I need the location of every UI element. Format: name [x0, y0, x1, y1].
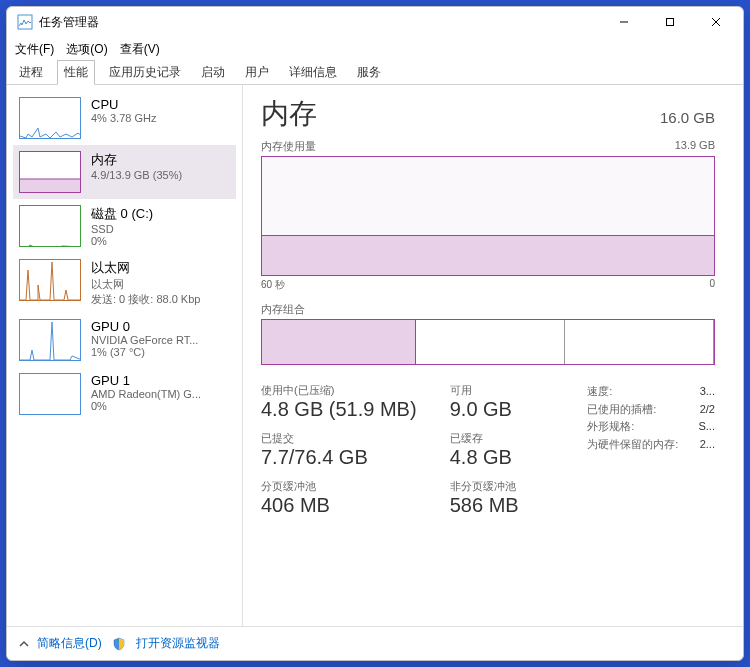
- sidebar-item-ethernet[interactable]: 以太网 以太网 发送: 0 接收: 88.0 Kbp: [13, 253, 236, 313]
- spec-slots-label: 已使用的插槽:: [587, 401, 656, 419]
- stat-in-use: 使用中(已压缩) 4.8 GB (51.9 MB): [261, 383, 440, 421]
- stat-value: 4.8 GB (51.9 MB): [261, 398, 440, 421]
- window-title: 任务管理器: [39, 14, 99, 31]
- comp-in-use: [262, 320, 416, 364]
- stat-label: 已缓存: [450, 431, 578, 446]
- app-icon: [17, 14, 33, 30]
- memory-thumb: [19, 151, 81, 193]
- stat-label: 已提交: [261, 431, 440, 446]
- stat-value: 9.0 GB: [450, 398, 578, 421]
- tab-startup[interactable]: 启动: [195, 61, 231, 84]
- stat-value: 406 MB: [261, 494, 440, 517]
- close-button[interactable]: [693, 7, 739, 37]
- chart-x-right: 0: [709, 278, 715, 292]
- menu-view[interactable]: 查看(V): [120, 41, 160, 58]
- sidebar-item-sub: 4.9/13.9 GB (35%): [91, 169, 230, 181]
- sidebar-item-label: GPU 1: [91, 373, 230, 388]
- tab-details[interactable]: 详细信息: [283, 61, 343, 84]
- stat-label: 分页缓冲池: [261, 479, 440, 494]
- stat-cached: 已缓存 4.8 GB: [450, 431, 578, 469]
- disk-thumb: [19, 205, 81, 247]
- sidebar-item-label: 内存: [91, 151, 230, 169]
- sidebar-item-gpu1[interactable]: GPU 1 AMD Radeon(TM) G... 0%: [13, 367, 236, 421]
- usage-chart-label: 内存使用量: [261, 139, 316, 154]
- footer: 简略信息(D) 打开资源监视器: [7, 626, 743, 660]
- tab-users[interactable]: 用户: [239, 61, 275, 84]
- sidebar-item-memory[interactable]: 内存 4.9/13.9 GB (35%): [13, 145, 236, 199]
- stat-value: 586 MB: [450, 494, 578, 517]
- content: CPU 4% 3.78 GHz 内存 4.9/13.9 GB (35%): [7, 85, 743, 626]
- sidebar-item-sub: AMD Radeon(TM) G...: [91, 388, 230, 400]
- page-title: 内存: [261, 95, 317, 133]
- stat-label: 非分页缓冲池: [450, 479, 578, 494]
- spec-slots-value: 2/2: [700, 401, 715, 419]
- tab-app-history[interactable]: 应用历史记录: [103, 61, 187, 84]
- composition-label: 内存组合: [261, 302, 715, 317]
- sidebar-item-sub2: 0%: [91, 235, 230, 247]
- stats-grid: 使用中(已压缩) 4.8 GB (51.9 MB) 可用 9.0 GB 速度:3…: [261, 383, 715, 517]
- sidebar-item-sub2: 发送: 0 接收: 88.0 Kbp: [91, 292, 230, 307]
- titlebar[interactable]: 任务管理器: [7, 7, 743, 37]
- chart-x-left: 60 秒: [261, 278, 285, 292]
- sidebar-item-sub: 4% 3.78 GHz: [91, 112, 230, 124]
- spec-reserved-value: 2...: [700, 436, 715, 454]
- spec-form-value: S...: [698, 418, 715, 436]
- tab-processes[interactable]: 进程: [13, 61, 49, 84]
- task-manager-window: 任务管理器 文件(F) 选项(O) 查看(V) 进程 性能 应用历史记录 启动 …: [6, 6, 744, 661]
- spec-speed-value: 3...: [700, 383, 715, 401]
- usage-chart-max: 13.9 GB: [675, 139, 715, 154]
- shield-icon: [112, 637, 126, 651]
- spec-reserved-label: 为硬件保留的内存:: [587, 436, 678, 454]
- maximize-button[interactable]: [647, 7, 693, 37]
- brief-info-link[interactable]: 简略信息(D): [37, 635, 102, 652]
- sidebar-item-disk[interactable]: 磁盘 0 (C:) SSD 0%: [13, 199, 236, 253]
- sidebar-item-sub: 以太网: [91, 277, 230, 292]
- tabbar: 进程 性能 应用历史记录 启动 用户 详细信息 服务: [7, 61, 743, 85]
- spec-speed-label: 速度:: [587, 383, 612, 401]
- stat-label: 使用中(已压缩): [261, 383, 440, 398]
- stat-value: 7.7/76.4 GB: [261, 446, 440, 469]
- gpu1-thumb: [19, 373, 81, 415]
- minimize-button[interactable]: [601, 7, 647, 37]
- tab-services[interactable]: 服务: [351, 61, 387, 84]
- resource-monitor-link[interactable]: 打开资源监视器: [136, 635, 220, 652]
- spec-form-label: 外形规格:: [587, 418, 634, 436]
- stat-value: 4.8 GB: [450, 446, 578, 469]
- stat-label: 可用: [450, 383, 578, 398]
- memory-usage-fill: [262, 235, 714, 275]
- stat-nonpaged: 非分页缓冲池 586 MB: [450, 479, 578, 517]
- sidebar: CPU 4% 3.78 GHz 内存 4.9/13.9 GB (35%): [7, 85, 243, 626]
- cpu-thumb: [19, 97, 81, 139]
- comp-standby: [416, 320, 565, 364]
- tab-performance[interactable]: 性能: [57, 60, 95, 85]
- comp-free: [565, 320, 714, 364]
- sidebar-item-cpu[interactable]: CPU 4% 3.78 GHz: [13, 91, 236, 145]
- specs-column: 速度:3... 已使用的插槽:2/2 外形规格:S... 为硬件保留的内存:2.…: [587, 383, 715, 517]
- chevron-up-icon[interactable]: [19, 639, 29, 649]
- stat-available: 可用 9.0 GB: [450, 383, 578, 421]
- sidebar-item-sub: SSD: [91, 223, 230, 235]
- sidebar-item-sub2: 0%: [91, 400, 230, 412]
- menu-file[interactable]: 文件(F): [15, 41, 54, 58]
- menubar: 文件(F) 选项(O) 查看(V): [7, 37, 743, 61]
- menu-options[interactable]: 选项(O): [66, 41, 107, 58]
- memory-composition-chart: [261, 319, 715, 365]
- ethernet-thumb: [19, 259, 81, 301]
- sidebar-item-label: 磁盘 0 (C:): [91, 205, 230, 223]
- sidebar-item-gpu0[interactable]: GPU 0 NVIDIA GeForce RT... 1% (37 °C): [13, 313, 236, 367]
- sidebar-item-sub: NVIDIA GeForce RT...: [91, 334, 230, 346]
- stat-committed: 已提交 7.7/76.4 GB: [261, 431, 440, 469]
- sidebar-item-label: 以太网: [91, 259, 230, 277]
- main-panel: 内存 16.0 GB 内存使用量 13.9 GB 60 秒 0 内存组合: [243, 85, 743, 626]
- stat-paged: 分页缓冲池 406 MB: [261, 479, 440, 517]
- svg-rect-5: [20, 179, 81, 193]
- memory-usage-chart: [261, 156, 715, 276]
- sidebar-item-sub2: 1% (37 °C): [91, 346, 230, 358]
- sidebar-item-label: CPU: [91, 97, 230, 112]
- svg-rect-2: [667, 19, 674, 26]
- gpu0-thumb: [19, 319, 81, 361]
- total-memory: 16.0 GB: [660, 109, 715, 126]
- window-controls: [601, 7, 739, 37]
- sidebar-item-label: GPU 0: [91, 319, 230, 334]
